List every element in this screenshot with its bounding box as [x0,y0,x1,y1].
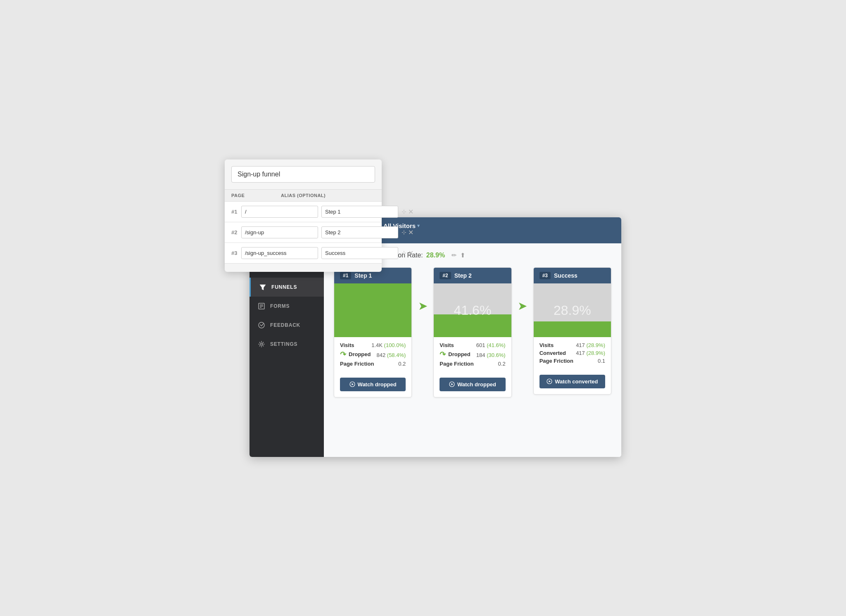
remove-icon[interactable]: ✕ [408,228,413,236]
step-stats: Visits 601 (41.6%) ↷ Dropped 184 (30.6%)… [434,337,511,373]
conversion-rate-value: 28.9% [426,252,445,259]
stat-friction-label: Page Friction [440,361,473,367]
drop-arrow-icon: ↷ [440,350,446,359]
sidebar-label-settings: SETTINGS [270,341,297,347]
table-row: #2 ⊹ ✕ [225,222,382,243]
step-num-badge: #3 [539,272,551,279]
feedback-icon [258,321,265,329]
row-num: #1 [231,209,241,215]
connector-arrow-icon: ➤ [518,300,527,312]
funnel-step-2: #2 Step 2 41.6% Visits 601 (41.6%) ↷ Dro… [433,267,511,397]
setup-card: PAGE ALIAS (OPTIONAL) #1 ⊹ ✕ #2 ⊹ ✕ #3 ⊹… [225,159,382,272]
svg-marker-11 [352,383,354,385]
step-bar-fill [334,283,411,337]
step-watch-button[interactable]: Watch dropped [340,378,406,391]
funnel-steps: #1 Step 1 Visits 1.4K (100.0%) ↷ Dropped… [334,267,611,397]
funnel-title-input[interactable] [231,166,375,183]
stat-visits: Visits 1.4K (100.0%) [340,342,406,348]
svg-point-9 [261,343,263,345]
table-row: #1 ⊹ ✕ [225,202,382,222]
stat-dropped-label: ↷ Dropped [440,350,470,359]
table-row: #3 ⊹ ✕ [225,243,382,264]
sidebar-label-funnels: FUNNELS [271,284,297,290]
stat-friction: Page Friction 0.2 [340,361,406,367]
row-alias-input[interactable] [321,226,398,238]
analytics-body: Visits: 1.4K Conversion Rate: 28.9% ✏ ⬆ … [324,243,621,457]
setup-rows: #1 ⊹ ✕ #2 ⊹ ✕ #3 ⊹ ✕ [225,202,382,264]
stat-friction-value: 0.1 [598,358,605,364]
row-actions: ⊹ ✕ [402,228,413,236]
funnel-step-1: #1 Step 1 Visits 1.4K (100.0%) ↷ Dropped… [334,267,412,397]
step-bar-container [334,283,411,337]
stat-friction: Page Friction 0.2 [440,361,505,367]
step-bar-container: 41.6% [434,283,511,337]
stat-converted: Converted 417 (28.9%) [539,350,605,356]
remove-icon[interactable]: ✕ [408,208,413,216]
step-stats: Visits 417 (28.9%) Converted 417 (28.9%)… [534,337,611,371]
row-page-input[interactable] [241,226,318,238]
row-num: #2 [231,229,241,235]
drop-arrow-icon: ↷ [340,350,346,359]
stat-friction: Page Friction 0.1 [539,358,605,364]
table-header: PAGE ALIAS (OPTIONAL) [225,189,382,202]
sidebar-item-feedback[interactable]: FEEDBACK [250,316,324,335]
step-num-badge: #1 [340,272,351,279]
sidebar-item-forms[interactable]: FORMS [250,297,324,316]
remove-icon[interactable]: ✕ [408,249,413,257]
funnel-connector: ➤ [417,267,428,312]
row-num: #3 [231,250,241,256]
stat-dropped: ↷ Dropped 184 (30.6%) [440,350,505,359]
sidebar-item-settings[interactable]: SETTINGS [250,335,324,354]
row-actions: ⊹ ✕ [402,208,413,216]
sidebar-label-forms: FORMS [270,303,290,309]
stat-visits-value: 1.4K (100.0%) [371,342,406,348]
stat-visits: Visits 601 (41.6%) [440,342,505,348]
breadcrumb-dropdown-icon[interactable]: ▾ [417,223,420,228]
conversion-pct: 28.9% [554,302,591,318]
step-bar-container: 28.9% [534,283,611,337]
row-alias-input[interactable] [321,206,398,218]
step-watch-button[interactable]: Watch dropped [440,378,505,391]
step-name: Step 1 [354,272,372,279]
col-page-header: PAGE [231,193,281,198]
svg-marker-13 [451,383,453,385]
stat-visits-value: 601 (41.6%) [476,342,506,348]
step-num-badge: #2 [440,272,451,279]
step-name: Step 2 [454,272,472,279]
settings-icon [258,340,265,348]
row-page-input[interactable] [241,247,318,259]
connector-arrow-icon: ➤ [418,300,428,312]
svg-marker-3 [260,285,266,290]
forms-icon [258,302,265,310]
stat-visits-value: 417 (28.9%) [576,342,605,348]
edit-icon[interactable]: ✏ [452,252,457,259]
sidebar-item-funnels[interactable]: FUNNELS [250,278,324,297]
row-page-input[interactable] [241,206,318,218]
scene: PAGE ALIAS (OPTIONAL) #1 ⊹ ✕ #2 ⊹ ✕ #3 ⊹… [225,159,621,457]
funnel-step-3: #3 Success 28.9% Visits 417 (28.9%) Conv… [533,267,611,395]
row-actions: ⊹ ✕ [402,249,413,257]
col-alias-header: ALIAS (OPTIONAL) [281,193,375,198]
drag-icon[interactable]: ⊹ [402,250,406,256]
step-header: #2 Step 2 [434,268,511,283]
stat-dropped-label: ↷ Dropped [340,350,371,359]
export-icon[interactable]: ⬆ [460,252,466,259]
stat-dropped-value: 184 (30.6%) [476,352,506,358]
drag-icon[interactable]: ⊹ [402,208,406,215]
sidebar-label-feedback: FEEDBACK [270,322,300,328]
stat-converted-value: 417 (28.9%) [576,350,605,356]
conversion-pct: 41.6% [454,302,492,318]
row-alias-input[interactable] [321,247,398,259]
svg-marker-15 [549,381,551,383]
stat-friction-label: Page Friction [340,361,374,367]
step-watch-button[interactable]: Watch converted [539,375,605,388]
stat-friction-value: 0.2 [498,361,506,367]
stat-visits-label: Visits [539,342,554,348]
drag-icon[interactable]: ⊹ [402,229,406,235]
step-header: #3 Success [534,268,611,283]
stat-dropped: ↷ Dropped 842 (58.4%) [340,350,406,359]
step-bar-fill [534,321,611,337]
stat-converted-label: Converted [539,350,566,356]
stat-visits-label: Visits [440,342,454,348]
funnels-icon [259,283,266,291]
